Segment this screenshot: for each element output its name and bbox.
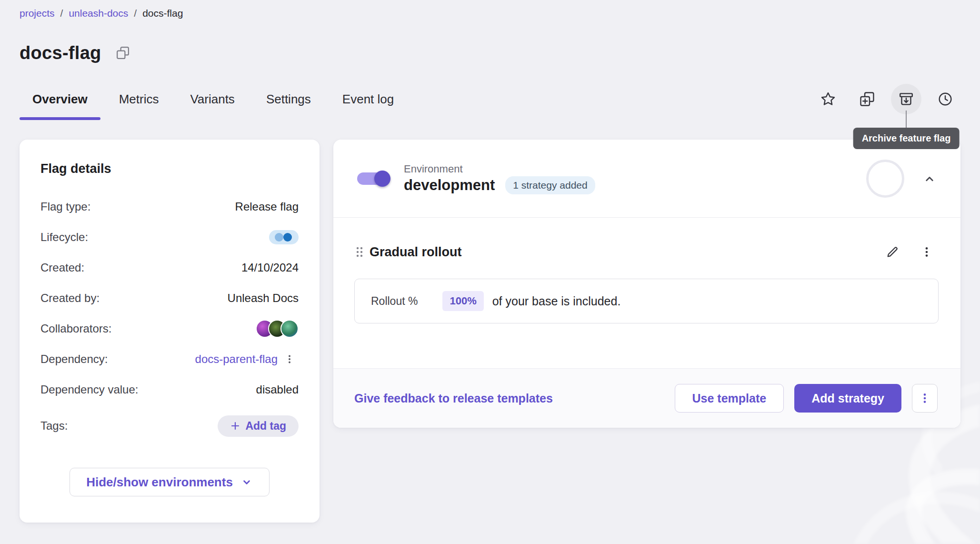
rollout-value-badge: 100% xyxy=(442,291,483,311)
rollout-label: Rollout % xyxy=(371,295,418,308)
breadcrumb-link-unleash-docs[interactable]: unleash-docs xyxy=(69,8,128,19)
collaborators-row: Collaborators: xyxy=(40,313,299,344)
kebab-icon xyxy=(284,353,295,365)
archive-tooltip: Archive feature flag xyxy=(853,128,960,149)
release-templates-feedback-link[interactable]: Give feedback to release templates xyxy=(354,392,553,405)
toggle-knob xyxy=(374,171,390,187)
strategy-section: Gradual rollout xyxy=(333,218,960,368)
archive-icon xyxy=(898,91,914,107)
copy-name-button[interactable] xyxy=(116,46,130,60)
collaborator-avatars xyxy=(256,320,299,338)
collaborators-label: Collaborators: xyxy=(40,322,111,335)
dependency-value-row: Dependency value: disabled xyxy=(40,374,299,405)
clock-icon xyxy=(937,91,953,107)
lifecycle-row: Lifecycle: xyxy=(40,222,299,252)
copy-plus-icon xyxy=(859,91,875,107)
dependency-menu-button[interactable] xyxy=(280,350,299,368)
edit-strategy-button[interactable] xyxy=(880,240,904,264)
plus-icon xyxy=(230,421,240,431)
environment-name: development xyxy=(404,177,495,194)
lifecycle-label: Lifecycle: xyxy=(40,231,88,244)
page-title: docs-flag xyxy=(20,42,101,64)
add-tag-label: Add tag xyxy=(245,420,286,433)
breadcrumb-separator: / xyxy=(134,8,137,19)
breadcrumb-current: docs-flag xyxy=(142,8,183,19)
flag-type-row: Flag type: Release flag xyxy=(40,191,299,222)
environment-footer: Give feedback to release templates Use t… xyxy=(333,368,960,428)
created-by-label: Created by: xyxy=(40,292,100,305)
tab-bar: Overview Metrics Variants Settings Event… xyxy=(20,78,407,120)
kebab-icon xyxy=(920,245,933,259)
environment-card: Environment development 1 strategy added xyxy=(333,140,960,428)
strategy-menu-button[interactable] xyxy=(915,240,939,264)
dependency-label: Dependency: xyxy=(40,353,108,366)
created-value: 14/10/2024 xyxy=(241,261,299,274)
strategy-drag-handle[interactable] xyxy=(354,245,365,259)
add-tag-button[interactable]: Add tag xyxy=(218,415,299,437)
tab-settings[interactable]: Settings xyxy=(253,78,324,120)
created-label: Created: xyxy=(40,261,84,274)
flag-actions-toolbar: Archive feature flag xyxy=(813,84,960,114)
breadcrumb-separator: / xyxy=(60,8,63,19)
dependency-link[interactable]: docs-parent-flag xyxy=(195,353,278,366)
tab-variants[interactable]: Variants xyxy=(177,78,247,120)
tags-label: Tags: xyxy=(40,419,68,433)
copy-icon xyxy=(116,46,130,60)
created-by-row: Created by: Unleash Docs xyxy=(40,283,299,313)
tooltip-connector xyxy=(906,111,907,128)
rollout-summary-box: Rollout % 100% of your base is included. xyxy=(354,279,939,323)
star-icon xyxy=(820,91,836,107)
environment-label: Environment xyxy=(404,163,595,175)
environment-header: Environment development 1 strategy added xyxy=(333,140,960,218)
strategy-title: Gradual rollout xyxy=(370,245,462,260)
lifecycle-dot-dark xyxy=(283,233,292,242)
hide-show-environments-label: Hide/show environments xyxy=(86,475,233,490)
flag-type-value: Release flag xyxy=(235,200,299,213)
flag-details-title: Flag details xyxy=(40,161,299,176)
flag-type-label: Flag type: xyxy=(40,200,90,213)
tab-metrics[interactable]: Metrics xyxy=(106,78,172,120)
pencil-icon xyxy=(885,245,900,259)
created-row: Created: 14/10/2024 xyxy=(40,252,299,283)
environment-toggle[interactable] xyxy=(356,170,390,187)
hide-show-environments-button[interactable]: Hide/show environments xyxy=(70,468,270,496)
use-template-button[interactable]: Use template xyxy=(675,384,784,413)
dependency-value: disabled xyxy=(256,383,299,396)
kebab-icon xyxy=(918,392,931,405)
copy-feature-button[interactable] xyxy=(852,84,882,114)
add-strategy-button[interactable]: Add strategy xyxy=(794,384,901,413)
collapse-environment-button[interactable] xyxy=(922,171,937,186)
flag-details-card: Flag details Flag type: Release flag Lif… xyxy=(20,140,320,523)
strategy-count-badge: 1 strategy added xyxy=(505,176,595,194)
lifecycle-stage-icon xyxy=(269,230,299,244)
avatar xyxy=(280,320,299,338)
archive-button[interactable] xyxy=(891,84,921,114)
chevron-down-icon xyxy=(240,476,253,488)
breadcrumb-link-projects[interactable]: projects xyxy=(20,8,55,19)
drag-dots-icon xyxy=(354,245,365,259)
environment-metrics-circle xyxy=(866,160,904,198)
more-strategy-actions-button[interactable] xyxy=(912,384,938,413)
tags-row: Tags: Add tag xyxy=(40,411,299,441)
history-button[interactable] xyxy=(930,84,960,114)
created-by-value: Unleash Docs xyxy=(228,292,299,305)
breadcrumb: projects / unleash-docs / docs-flag xyxy=(20,0,960,19)
tab-event-log[interactable]: Event log xyxy=(330,78,407,120)
favorite-button[interactable] xyxy=(813,84,843,114)
chevron-up-icon xyxy=(922,171,937,186)
rollout-description: of your base is included. xyxy=(492,294,621,308)
dependency-row: Dependency: docs-parent-flag xyxy=(40,344,299,374)
lifecycle-dot-light xyxy=(275,233,283,242)
dependency-value-label: Dependency value: xyxy=(40,383,138,396)
tab-overview[interactable]: Overview xyxy=(20,78,100,120)
